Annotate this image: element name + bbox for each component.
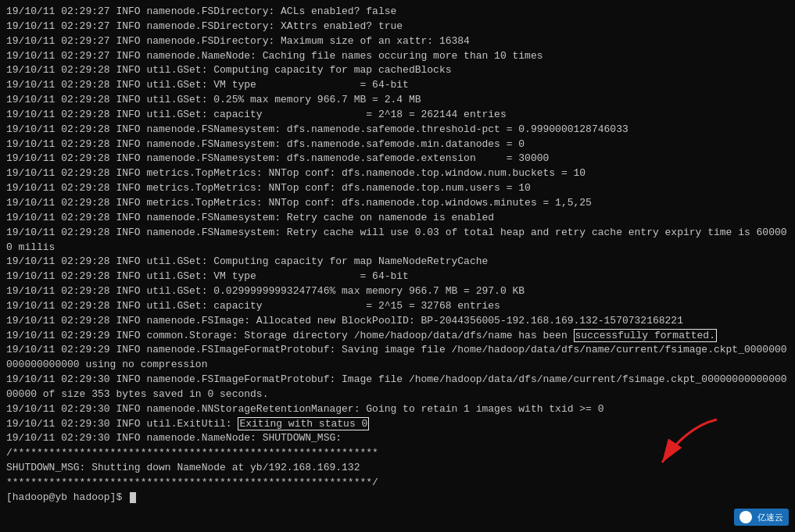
shell-prompt: [hadoop@yb hadoop]$ <box>6 491 128 505</box>
log-line: 19/10/11 02:29:28 INFO namenode.FSNamesy… <box>6 211 789 226</box>
log-line: 19/10/11 02:29:28 INFO util.GSet: Comput… <box>6 63 789 78</box>
log-line: 19/10/11 02:29:30 INFO namenode.NameNode… <box>6 431 789 446</box>
log-line: 19/10/11 02:29:30 INFO namenode.FSImageF… <box>6 373 789 402</box>
log-line: 19/10/11 02:29:28 INFO util.GSet: 0.0299… <box>6 284 789 299</box>
storage-format-highlight: successfully formatted. <box>574 329 717 342</box>
log-line: 19/10/11 02:29:28 INFO namenode.FSNamesy… <box>6 152 789 166</box>
log-line: 19/10/11 02:29:28 INFO namenode.FSNamesy… <box>6 137 789 152</box>
watermark-icon <box>739 511 752 523</box>
log-line: 19/10/11 02:29:28 INFO namenode.FSImage:… <box>6 314 789 329</box>
log-line: SHUTDOWN_MSG: Shutting down NameNode at … <box>6 461 789 476</box>
watermark: 亿速云 <box>734 509 789 526</box>
log-line: 19/10/11 02:29:28 INFO util.GSet: 0.25% … <box>6 93 789 108</box>
log-line: /***************************************… <box>6 446 789 461</box>
log-line: 19/10/11 02:29:28 INFO util.GSet: VM typ… <box>6 270 789 284</box>
terminal: 19/10/11 02:29:27 INFO namenode.FSDirect… <box>0 0 795 532</box>
log-line: 19/10/11 02:29:28 INFO util.GSet: capaci… <box>6 108 789 123</box>
watermark-text: 亿速云 <box>757 512 783 523</box>
log-line: 19/10/11 02:29:28 INFO metrics.TopMetric… <box>6 166 789 181</box>
prompt-line: [hadoop@yb hadoop]$ <box>6 491 789 505</box>
log-line: 19/10/11 02:29:29 INFO namenode.FSImageF… <box>6 343 789 373</box>
log-line: 19/10/11 02:29:28 INFO util.GSet: Comput… <box>6 255 789 270</box>
log-line: 19/10/11 02:29:27 INFO namenode.FSDirect… <box>6 34 789 49</box>
storage-format-prefix: 19/10/11 02:29:29 INFO common.Storage: S… <box>6 330 574 341</box>
log-line: 19/10/11 02:29:27 INFO namenode.FSDirect… <box>6 20 789 34</box>
exit-status-prefix: 19/10/11 02:29:30 INFO util.ExitUtil: <box>6 418 238 430</box>
log-line: 19/10/11 02:29:28 INFO metrics.TopMetric… <box>6 181 789 196</box>
exit-status-highlight: Exiting with status 0 <box>238 417 369 430</box>
storage-format-line: 19/10/11 02:29:29 INFO common.Storage: S… <box>6 329 789 344</box>
log-line: 19/10/11 02:29:28 INFO metrics.TopMetric… <box>6 196 789 211</box>
exit-status-line: 19/10/11 02:29:30 INFO util.ExitUtil: Ex… <box>6 417 789 432</box>
cursor <box>130 492 136 503</box>
log-line: 19/10/11 02:29:28 INFO namenode.FSNamesy… <box>6 226 789 255</box>
log-line: 19/10/11 02:29:28 INFO util.GSet: capaci… <box>6 299 789 314</box>
log-line: 19/10/11 02:29:30 INFO namenode.NNStorag… <box>6 402 789 417</box>
log-line: 19/10/11 02:29:27 INFO namenode.NameNode… <box>6 49 789 64</box>
log-line: 19/10/11 02:29:28 INFO namenode.FSNamesy… <box>6 123 789 137</box>
log-line: ****************************************… <box>6 476 789 491</box>
log-line: 19/10/11 02:29:28 INFO util.GSet: VM typ… <box>6 78 789 93</box>
log-line: 19/10/11 02:29:27 INFO namenode.FSDirect… <box>6 5 789 20</box>
